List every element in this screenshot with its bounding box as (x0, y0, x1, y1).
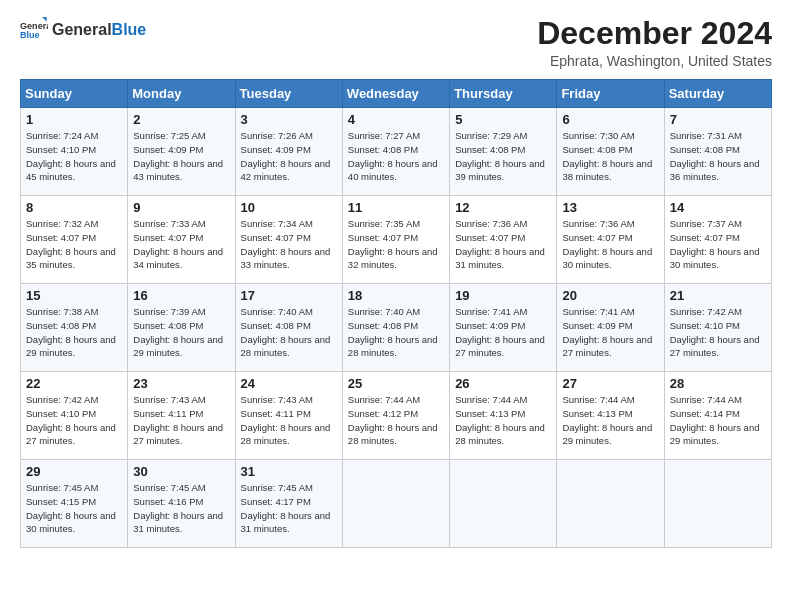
calendar-cell: 1Sunrise: 7:24 AMSunset: 4:10 PMDaylight… (21, 108, 128, 196)
calendar-cell: 19Sunrise: 7:41 AMSunset: 4:09 PMDayligh… (450, 284, 557, 372)
day-detail: Sunrise: 7:45 AMSunset: 4:15 PMDaylight:… (26, 481, 122, 536)
day-detail: Sunrise: 7:27 AMSunset: 4:08 PMDaylight:… (348, 129, 444, 184)
day-detail: Sunrise: 7:32 AMSunset: 4:07 PMDaylight:… (26, 217, 122, 272)
calendar-table: SundayMondayTuesdayWednesdayThursdayFrid… (20, 79, 772, 548)
calendar-cell: 7Sunrise: 7:31 AMSunset: 4:08 PMDaylight… (664, 108, 771, 196)
calendar-cell: 14Sunrise: 7:37 AMSunset: 4:07 PMDayligh… (664, 196, 771, 284)
day-number: 30 (133, 464, 229, 479)
day-number: 20 (562, 288, 658, 303)
day-detail: Sunrise: 7:45 AMSunset: 4:17 PMDaylight:… (241, 481, 337, 536)
calendar-cell: 25Sunrise: 7:44 AMSunset: 4:12 PMDayligh… (342, 372, 449, 460)
weekday-header-monday: Monday (128, 80, 235, 108)
calendar-cell: 8Sunrise: 7:32 AMSunset: 4:07 PMDaylight… (21, 196, 128, 284)
calendar-cell: 9Sunrise: 7:33 AMSunset: 4:07 PMDaylight… (128, 196, 235, 284)
calendar-cell: 15Sunrise: 7:38 AMSunset: 4:08 PMDayligh… (21, 284, 128, 372)
weekday-header-friday: Friday (557, 80, 664, 108)
day-number: 21 (670, 288, 766, 303)
day-number: 26 (455, 376, 551, 391)
day-detail: Sunrise: 7:44 AMSunset: 4:13 PMDaylight:… (562, 393, 658, 448)
day-number: 10 (241, 200, 337, 215)
day-detail: Sunrise: 7:41 AMSunset: 4:09 PMDaylight:… (562, 305, 658, 360)
day-detail: Sunrise: 7:43 AMSunset: 4:11 PMDaylight:… (241, 393, 337, 448)
day-detail: Sunrise: 7:44 AMSunset: 4:12 PMDaylight:… (348, 393, 444, 448)
calendar-week-row: 22Sunrise: 7:42 AMSunset: 4:10 PMDayligh… (21, 372, 772, 460)
calendar-cell: 27Sunrise: 7:44 AMSunset: 4:13 PMDayligh… (557, 372, 664, 460)
calendar-cell (557, 460, 664, 548)
weekday-header-wednesday: Wednesday (342, 80, 449, 108)
day-number: 25 (348, 376, 444, 391)
day-detail: Sunrise: 7:41 AMSunset: 4:09 PMDaylight:… (455, 305, 551, 360)
day-detail: Sunrise: 7:38 AMSunset: 4:08 PMDaylight:… (26, 305, 122, 360)
calendar-cell: 23Sunrise: 7:43 AMSunset: 4:11 PMDayligh… (128, 372, 235, 460)
day-detail: Sunrise: 7:34 AMSunset: 4:07 PMDaylight:… (241, 217, 337, 272)
day-detail: Sunrise: 7:36 AMSunset: 4:07 PMDaylight:… (562, 217, 658, 272)
title-area: December 2024 Ephrata, Washington, Unite… (537, 16, 772, 69)
day-number: 18 (348, 288, 444, 303)
day-detail: Sunrise: 7:39 AMSunset: 4:08 PMDaylight:… (133, 305, 229, 360)
calendar-cell: 30Sunrise: 7:45 AMSunset: 4:16 PMDayligh… (128, 460, 235, 548)
day-number: 9 (133, 200, 229, 215)
day-number: 17 (241, 288, 337, 303)
day-number: 15 (26, 288, 122, 303)
day-detail: Sunrise: 7:35 AMSunset: 4:07 PMDaylight:… (348, 217, 444, 272)
calendar-week-row: 8Sunrise: 7:32 AMSunset: 4:07 PMDaylight… (21, 196, 772, 284)
day-number: 22 (26, 376, 122, 391)
day-detail: Sunrise: 7:44 AMSunset: 4:14 PMDaylight:… (670, 393, 766, 448)
day-detail: Sunrise: 7:30 AMSunset: 4:08 PMDaylight:… (562, 129, 658, 184)
day-number: 2 (133, 112, 229, 127)
day-number: 28 (670, 376, 766, 391)
logo-text: GeneralBlue (52, 21, 146, 39)
day-number: 11 (348, 200, 444, 215)
day-detail: Sunrise: 7:26 AMSunset: 4:09 PMDaylight:… (241, 129, 337, 184)
day-number: 29 (26, 464, 122, 479)
calendar-cell: 31Sunrise: 7:45 AMSunset: 4:17 PMDayligh… (235, 460, 342, 548)
calendar-cell: 29Sunrise: 7:45 AMSunset: 4:15 PMDayligh… (21, 460, 128, 548)
day-number: 8 (26, 200, 122, 215)
calendar-cell: 10Sunrise: 7:34 AMSunset: 4:07 PMDayligh… (235, 196, 342, 284)
day-detail: Sunrise: 7:25 AMSunset: 4:09 PMDaylight:… (133, 129, 229, 184)
calendar-cell: 11Sunrise: 7:35 AMSunset: 4:07 PMDayligh… (342, 196, 449, 284)
svg-text:General: General (20, 21, 48, 31)
calendar-cell: 18Sunrise: 7:40 AMSunset: 4:08 PMDayligh… (342, 284, 449, 372)
day-detail: Sunrise: 7:42 AMSunset: 4:10 PMDaylight:… (26, 393, 122, 448)
day-detail: Sunrise: 7:24 AMSunset: 4:10 PMDaylight:… (26, 129, 122, 184)
calendar-cell: 3Sunrise: 7:26 AMSunset: 4:09 PMDaylight… (235, 108, 342, 196)
calendar-cell: 4Sunrise: 7:27 AMSunset: 4:08 PMDaylight… (342, 108, 449, 196)
day-number: 31 (241, 464, 337, 479)
calendar-week-row: 1Sunrise: 7:24 AMSunset: 4:10 PMDaylight… (21, 108, 772, 196)
day-number: 14 (670, 200, 766, 215)
calendar-cell: 16Sunrise: 7:39 AMSunset: 4:08 PMDayligh… (128, 284, 235, 372)
calendar-cell: 24Sunrise: 7:43 AMSunset: 4:11 PMDayligh… (235, 372, 342, 460)
calendar-cell: 17Sunrise: 7:40 AMSunset: 4:08 PMDayligh… (235, 284, 342, 372)
calendar-cell: 28Sunrise: 7:44 AMSunset: 4:14 PMDayligh… (664, 372, 771, 460)
day-detail: Sunrise: 7:45 AMSunset: 4:16 PMDaylight:… (133, 481, 229, 536)
calendar-subtitle: Ephrata, Washington, United States (537, 53, 772, 69)
day-number: 5 (455, 112, 551, 127)
calendar-cell: 22Sunrise: 7:42 AMSunset: 4:10 PMDayligh… (21, 372, 128, 460)
weekday-header-row: SundayMondayTuesdayWednesdayThursdayFrid… (21, 80, 772, 108)
calendar-week-row: 15Sunrise: 7:38 AMSunset: 4:08 PMDayligh… (21, 284, 772, 372)
weekday-header-thursday: Thursday (450, 80, 557, 108)
day-number: 3 (241, 112, 337, 127)
calendar-title: December 2024 (537, 16, 772, 51)
day-detail: Sunrise: 7:43 AMSunset: 4:11 PMDaylight:… (133, 393, 229, 448)
calendar-cell (450, 460, 557, 548)
day-number: 4 (348, 112, 444, 127)
day-number: 12 (455, 200, 551, 215)
logo-icon: General Blue (20, 16, 48, 44)
weekday-header-tuesday: Tuesday (235, 80, 342, 108)
svg-text:Blue: Blue (20, 30, 40, 40)
day-number: 24 (241, 376, 337, 391)
day-detail: Sunrise: 7:36 AMSunset: 4:07 PMDaylight:… (455, 217, 551, 272)
calendar-cell: 20Sunrise: 7:41 AMSunset: 4:09 PMDayligh… (557, 284, 664, 372)
day-number: 1 (26, 112, 122, 127)
day-number: 19 (455, 288, 551, 303)
day-detail: Sunrise: 7:37 AMSunset: 4:07 PMDaylight:… (670, 217, 766, 272)
day-detail: Sunrise: 7:33 AMSunset: 4:07 PMDaylight:… (133, 217, 229, 272)
calendar-cell (664, 460, 771, 548)
calendar-cell: 12Sunrise: 7:36 AMSunset: 4:07 PMDayligh… (450, 196, 557, 284)
logo: General Blue GeneralBlue (20, 16, 146, 44)
calendar-cell: 21Sunrise: 7:42 AMSunset: 4:10 PMDayligh… (664, 284, 771, 372)
day-number: 13 (562, 200, 658, 215)
day-detail: Sunrise: 7:29 AMSunset: 4:08 PMDaylight:… (455, 129, 551, 184)
